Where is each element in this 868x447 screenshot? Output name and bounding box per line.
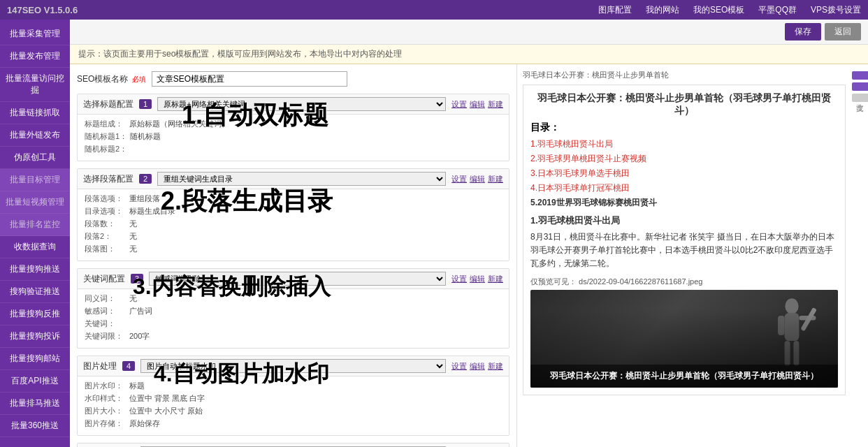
config-action-edit-3[interactable]: 编辑 [470, 274, 485, 284]
article-container: 羽毛球日本公开赛：桃田贤斗止步男单首轮（羽毛球男子单打桃田贤斗） 目录： 1.羽… [523, 85, 846, 395]
config-select-3[interactable]: 敏感词湖删除 [149, 272, 446, 286]
config-body-3: 同义词：无 敏感词：广告词 关键词： 关键词限：200字 [78, 289, 509, 348]
notice-bar: 提示：该页面主要用于seo模板配置，模版可应用到网站发布，本地导出中对内容的处理 [70, 45, 868, 64]
config-label-1: 选择标题配置 [83, 98, 133, 110]
sidebar-item-sogou-verify[interactable]: 搜狗验证推送 [0, 281, 70, 303]
sidebar-item-360-push[interactable]: 批量360推送 [0, 415, 70, 437]
preview-img-caption: 羽毛球日本公开赛：桃田贤斗止步男单首轮（羽毛球男子单打桃田贤斗） [530, 365, 838, 388]
template-name-label: SEO模板名称 必填 [77, 73, 146, 85]
config-header-1: 选择标题配置 1 原标题+网络相关关键词 设置 编辑 新建 [78, 94, 509, 115]
config-header-2: 选择段落配置 2 重组关键词生成目录 设置 编辑 新建 [78, 169, 509, 189]
sidebar-item-batch-collect[interactable]: 批量采集管理 [0, 23, 70, 45]
content-header: 保存 返回 [70, 20, 868, 45]
config-body-4: 图片水印：标题 水印样式：位置中 背景 黑底 白字 图片大小：位置中 大小尺寸 … [78, 376, 509, 435]
config-action-set-4[interactable]: 设置 [451, 361, 467, 372]
back-button[interactable]: 返回 [825, 23, 861, 41]
config-select-2[interactable]: 重组关键词生成目录 [157, 172, 446, 186]
sidebar-item-rank-horse[interactable]: 批量排马推送 [0, 393, 70, 415]
config-header-3: 关键词配置 3 敏感词湖删除 设置 编辑 新建 [78, 269, 509, 289]
config-section-storage: 图片存储 5 设置 编辑 新建 存储类型：FTP服务器 访问前缀： [77, 443, 509, 447]
config-action-new-2[interactable]: 新建 [488, 174, 503, 184]
nav-item-vps[interactable]: VPS拨号设置 [811, 4, 861, 16]
config-action-set-3[interactable]: 设置 [451, 274, 467, 284]
two-col: SEO模板名称 必填 选择标题配置 1 原标题+网络相关关键词 设置 [70, 64, 868, 447]
config-actions-3: 设置 编辑 新建 [451, 274, 503, 284]
toc-item-1[interactable]: 1.羽毛球桃田贤斗出局 [530, 138, 838, 150]
config-num-3: 3 [131, 274, 143, 284]
sidebar-item-sogou-push[interactable]: 批量搜狗推送 [0, 258, 70, 281]
nav-links: 图库配置 我的网站 我的SEO模板 平墨QQ群 VPS拨号设置 [598, 4, 861, 16]
nav-item-library[interactable]: 图库配置 [598, 4, 632, 16]
config-body-2: 段落选项：重组段落 目录选项：标题生成目录 段落数：无 段落2：无 段落图：无 [78, 189, 509, 261]
sidebar-item-short-video[interactable]: 批量短视频管理 [0, 191, 70, 214]
tab-original[interactable]: 原文 [852, 82, 868, 91]
config-label-4: 图片处理 [83, 360, 117, 372]
left-panel: SEO模板名称 必填 选择标题配置 1 原标题+网络相关关键词 设置 [70, 64, 517, 447]
preview-img-bar: 仅预览可见： ds/2022-09-04/1662287611687.jpeg [530, 277, 838, 287]
config-action-edit-1[interactable]: 编辑 [470, 99, 485, 110]
config-action-set-2[interactable]: 设置 [451, 174, 467, 184]
toc-item-5[interactable]: 5.2019世界羽毛球锦标赛桃田贤斗 [530, 197, 838, 209]
config-header-4: 图片处理 4 图片自动加标题水印 设置 编辑 新建 [78, 356, 509, 376]
content-area: 保存 返回 提示：该页面主要用于seo模板配置，模版可应用到网站发布，本地导出中… [70, 20, 868, 447]
config-select-1[interactable]: 原标题+网络相关关键词 [157, 97, 446, 111]
sidebar: 批量采集管理 批量发布管理 批量流量访问挖掘 批量链接抓取 批量外链发布 伪原创… [0, 20, 70, 447]
nav-item-mysite[interactable]: 我的网站 [646, 4, 679, 16]
config-num-1: 1 [139, 99, 152, 109]
toc-title: 目录： [530, 122, 838, 134]
sidebar-item-rank-monitor[interactable]: 批量排名监控 [0, 214, 70, 236]
right-panel: 羽毛球日本公开赛：桃田贤斗止步男单首轮 羽毛球日本公开赛：桃田贤斗止步男单首轮（… [517, 64, 868, 447]
sidebar-item-target-mgmt[interactable]: 批量目标管理 [0, 169, 70, 191]
config-action-new-3[interactable]: 新建 [488, 274, 503, 284]
config-section-paragraph: 选择段落配置 2 重组关键词生成目录 设置 编辑 新建 段落选项：重组段落 [77, 168, 509, 261]
config-label-3: 关键词配置 [83, 273, 125, 285]
sidebar-item-traffic[interactable]: 批量流量访问挖掘 [0, 68, 70, 102]
config-action-edit-2[interactable]: 编辑 [470, 174, 485, 184]
config-header-5: 图片存储 5 设置 编辑 新建 [78, 444, 509, 447]
toc-item-3[interactable]: 3.日本羽毛球男单选手桃田 [530, 168, 838, 179]
config-actions-2: 设置 编辑 新建 [451, 174, 503, 184]
config-select-4[interactable]: 图片自动加标题水印 [140, 359, 446, 373]
config-action-edit-4[interactable]: 编辑 [470, 361, 485, 372]
nav-item-seo[interactable]: 我的SEO模板 [693, 4, 744, 16]
sidebar-item-baidu-api[interactable]: 百度API推送 [0, 370, 70, 393]
sidebar-item-sogou-mail[interactable]: 批量搜狗邮站 [0, 348, 70, 370]
tab-preview[interactable]: 预览 [852, 71, 868, 80]
config-body-1: 标题组成：原始标题（网络相关关键词） 随机标题1：随机标题 随机标题2： [78, 115, 509, 161]
top-nav: 147SEO V1.5.0.6 图库配置 我的网站 我的SEO模板 平墨QQ群 … [0, 0, 868, 20]
required-mark: 必填 [132, 75, 146, 83]
preview-image: 羽毛球日本公开赛：桃田贤斗止步男单首轮（羽毛球男子单打桃田贤斗） [530, 290, 838, 388]
config-section-keywords: 关键词配置 3 敏感词湖删除 设置 编辑 新建 同义词：无 敏感词： [77, 268, 509, 349]
sidebar-item-data-query[interactable]: 收数据查询 [0, 236, 70, 258]
config-actions-4: 设置 编辑 新建 [451, 361, 503, 372]
article-section-title: 1.羽毛球桃田贤斗出局 [530, 214, 838, 227]
app-title: 147SEO V1.5.0.6 [7, 5, 78, 15]
toc-item-2[interactable]: 2.羽毛球男单桃田贤斗止赛视频 [530, 153, 838, 165]
config-label-2: 选择段落配置 [83, 173, 133, 185]
sidebar-item-pseudo[interactable]: 伪原创工具 [0, 147, 70, 169]
sidebar-item-links[interactable]: 批量链接抓取 [0, 102, 70, 124]
nav-item-qq[interactable]: 平墨QQ群 [758, 4, 797, 16]
sidebar-item-sogou-complaint[interactable]: 批量搜狗投诉 [0, 325, 70, 348]
right-tabs: 预览 原文 改文 [852, 71, 868, 102]
template-name-row: SEO模板名称 必填 [77, 71, 509, 87]
sidebar-item-external[interactable]: 批量外链发布 [0, 124, 70, 147]
article-body: 8月31日，桃田贤斗在比赛中。新华社记者 张笑宇 摄当日，在日本大阪举办的日本羽… [530, 230, 838, 271]
config-section-title: 选择标题配置 1 原标题+网络相关关键词 设置 编辑 新建 标题组成：原始标题（… [77, 94, 509, 161]
config-actions-1: 设置 编辑 新建 [451, 99, 503, 110]
save-button[interactable]: 保存 [785, 23, 821, 41]
article-title: 羽毛球日本公开赛：桃田贤斗止步男单首轮（羽毛球男子单打桃田贤斗） [530, 92, 838, 117]
main-layout: 批量采集管理 批量发布管理 批量流量访问挖掘 批量链接抓取 批量外链发布 伪原创… [0, 20, 868, 447]
tab-revised[interactable]: 改文 [852, 94, 868, 102]
sidebar-item-sogou-reverse[interactable]: 批量搜狗反推 [0, 303, 70, 325]
preview-url-bar: 羽毛球日本公开赛：桃田贤斗止步男单首轮 [523, 70, 862, 80]
toc-item-4[interactable]: 4.日本羽毛球单打冠军桃田 [530, 182, 838, 194]
config-action-new-1[interactable]: 新建 [488, 99, 503, 110]
config-num-2: 2 [139, 174, 152, 184]
template-name-input[interactable] [152, 71, 347, 87]
config-section-image: 图片处理 4 图片自动加标题水印 设置 编辑 新建 图片水印：标题 [77, 356, 509, 436]
sidebar-item-batch-publish[interactable]: 批量发布管理 [0, 45, 70, 68]
config-action-set-1[interactable]: 设置 [451, 99, 467, 110]
config-action-new-4[interactable]: 新建 [488, 361, 503, 372]
config-num-4: 4 [122, 361, 135, 371]
